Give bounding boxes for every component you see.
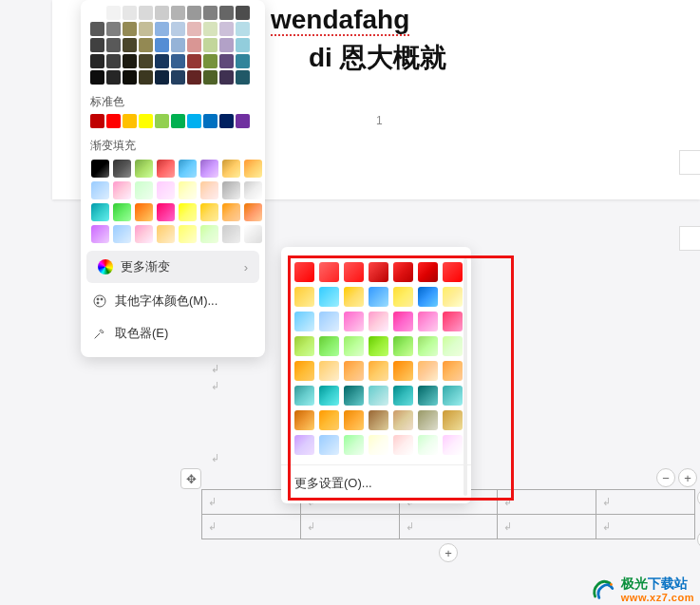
color-swatch[interactable]: [171, 54, 185, 68]
gradient-swatch[interactable]: [135, 203, 153, 221]
color-swatch[interactable]: [203, 22, 218, 36]
gradient-swatch[interactable]: [319, 361, 339, 381]
gradient-swatch[interactable]: [344, 386, 364, 406]
gradient-swatch[interactable]: [418, 262, 438, 282]
gradient-swatch[interactable]: [369, 262, 388, 282]
color-swatch[interactable]: [106, 70, 121, 85]
color-swatch[interactable]: [187, 6, 201, 20]
table-cell[interactable]: ↲: [202, 515, 301, 539]
gradient-swatch[interactable]: [443, 336, 463, 356]
color-swatch[interactable]: [155, 38, 169, 52]
standard-color-swatch[interactable]: [90, 114, 104, 128]
gradient-swatch[interactable]: [418, 435, 438, 455]
gradient-swatch[interactable]: [344, 435, 364, 455]
gradient-swatch[interactable]: [135, 160, 153, 178]
color-swatch[interactable]: [139, 54, 153, 68]
color-swatch[interactable]: [139, 6, 153, 20]
gradient-swatch[interactable]: [443, 312, 463, 331]
gradient-swatch[interactable]: [157, 160, 175, 178]
gradient-swatch[interactable]: [418, 336, 438, 356]
color-swatch[interactable]: [236, 22, 250, 36]
color-swatch[interactable]: [90, 70, 104, 85]
gradient-swatch[interactable]: [135, 225, 153, 243]
gradient-swatch[interactable]: [319, 287, 339, 307]
gradient-swatch[interactable]: [393, 361, 413, 381]
gradient-swatch[interactable]: [369, 361, 388, 381]
color-swatch[interactable]: [219, 6, 234, 20]
gradient-swatch[interactable]: [91, 225, 109, 243]
standard-color-swatch[interactable]: [106, 114, 121, 128]
standard-color-swatch[interactable]: [155, 114, 169, 128]
standard-color-swatch[interactable]: [219, 114, 234, 128]
gradient-swatch[interactable]: [294, 336, 314, 356]
color-swatch[interactable]: [187, 22, 201, 36]
gradient-swatch[interactable]: [113, 203, 131, 221]
gradient-swatch[interactable]: [319, 386, 339, 406]
side-button-2[interactable]: [679, 226, 700, 251]
color-swatch[interactable]: [90, 38, 104, 52]
gradient-swatch[interactable]: [344, 336, 364, 356]
color-swatch[interactable]: [187, 38, 201, 52]
gradient-swatch[interactable]: [344, 287, 364, 307]
gradient-swatch[interactable]: [113, 160, 131, 178]
gradient-swatch[interactable]: [418, 361, 438, 381]
table-cell[interactable]: ↲: [498, 515, 596, 539]
color-swatch[interactable]: [155, 54, 169, 68]
color-swatch[interactable]: [106, 6, 121, 20]
gradient-swatch[interactable]: [393, 287, 413, 307]
color-swatch[interactable]: [123, 22, 137, 36]
gradient-swatch[interactable]: [294, 410, 314, 430]
color-swatch[interactable]: [155, 70, 169, 85]
gradient-swatch[interactable]: [443, 410, 463, 430]
color-swatch[interactable]: [187, 54, 201, 68]
color-swatch[interactable]: [236, 70, 250, 85]
color-swatch[interactable]: [155, 22, 169, 36]
color-swatch[interactable]: [139, 38, 153, 52]
standard-color-swatch[interactable]: [123, 114, 137, 128]
gradient-swatch[interactable]: [179, 160, 197, 178]
color-swatch[interactable]: [139, 70, 153, 85]
gradient-swatch[interactable]: [244, 160, 262, 178]
gradient-swatch[interactable]: [319, 336, 339, 356]
color-swatch[interactable]: [219, 70, 234, 85]
color-swatch[interactable]: [171, 6, 185, 20]
gradient-swatch[interactable]: [222, 181, 240, 199]
color-swatch[interactable]: [90, 54, 104, 68]
gradient-swatch[interactable]: [244, 225, 262, 243]
standard-color-swatch[interactable]: [236, 114, 250, 128]
gradient-swatch[interactable]: [393, 262, 413, 282]
scrollbar[interactable]: [464, 258, 467, 496]
gradient-swatch[interactable]: [369, 410, 388, 430]
table-cell[interactable]: ↲: [498, 490, 596, 515]
color-swatch[interactable]: [106, 22, 121, 36]
color-swatch[interactable]: [123, 38, 137, 52]
gradient-swatch[interactable]: [443, 287, 463, 307]
gradient-swatch[interactable]: [222, 203, 240, 221]
more-gradient-item[interactable]: 更多渐变 ›: [86, 251, 259, 283]
gradient-swatch[interactable]: [294, 435, 314, 455]
gradient-swatch[interactable]: [344, 410, 364, 430]
color-swatch[interactable]: [123, 6, 137, 20]
gradient-swatch[interactable]: [344, 312, 364, 331]
gradient-swatch[interactable]: [294, 386, 314, 406]
color-swatch[interactable]: [203, 54, 218, 68]
gradient-swatch[interactable]: [157, 181, 175, 199]
gradient-swatch[interactable]: [179, 203, 197, 221]
color-swatch[interactable]: [106, 54, 121, 68]
gradient-swatch[interactable]: [369, 336, 388, 356]
gradient-swatch[interactable]: [369, 435, 388, 455]
gradient-swatch[interactable]: [200, 203, 218, 221]
gradient-swatch[interactable]: [179, 181, 197, 199]
remove-column-button[interactable]: −: [656, 468, 675, 487]
gradient-swatch[interactable]: [222, 225, 240, 243]
color-swatch[interactable]: [219, 22, 234, 36]
gradient-swatch[interactable]: [443, 262, 463, 282]
gradient-swatch[interactable]: [200, 181, 218, 199]
table-cell[interactable]: ↲: [300, 515, 399, 539]
gradient-swatch[interactable]: [344, 262, 364, 282]
color-swatch[interactable]: [203, 70, 218, 85]
table-cell[interactable]: ↲: [596, 490, 695, 515]
eyedropper-item[interactable]: 取色器(E): [81, 317, 265, 350]
color-swatch[interactable]: [236, 6, 250, 20]
color-swatch[interactable]: [236, 54, 250, 68]
